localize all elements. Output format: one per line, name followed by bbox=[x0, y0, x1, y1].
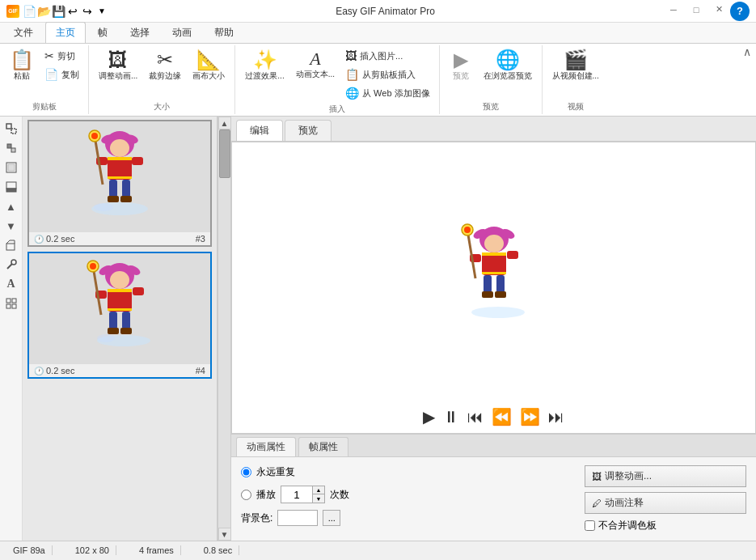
effects-button[interactable]: ✨ 过渡效果... bbox=[240, 47, 289, 84]
frames-panel: 🕐 0.2 sec #3 bbox=[23, 117, 218, 541]
prop-left: 永远重复 播放 ▲ ▼ 次数 bbox=[241, 465, 568, 532]
cut-button[interactable]: ✂ 剪切 bbox=[40, 47, 83, 65]
text-tool[interactable]: A bbox=[2, 275, 20, 293]
down-tool[interactable]: ▼ bbox=[2, 217, 20, 235]
tab-edit[interactable]: 编辑 bbox=[236, 120, 283, 141]
eyedrop-tool[interactable] bbox=[2, 256, 20, 274]
paste-button[interactable]: 📋 粘贴 bbox=[5, 47, 39, 84]
browser-preview-button[interactable]: 🌐 在浏览器预览 bbox=[479, 47, 537, 84]
play-count-unit-label: 次数 bbox=[330, 488, 349, 502]
adjust-animation-button[interactable]: 🖼 调整动画... bbox=[585, 465, 746, 487]
svg-rect-63 bbox=[484, 275, 492, 293]
maximize-button[interactable]: □ bbox=[685, 2, 707, 18]
adjust-icon: 🖼 bbox=[592, 471, 602, 482]
scroll-up-arrow[interactable]: ▲ bbox=[218, 117, 231, 129]
prop-tab-animation[interactable]: 动画属性 bbox=[236, 437, 296, 456]
frames-scrollbar[interactable]: ▲ ▼ bbox=[218, 117, 230, 541]
draw-tool[interactable] bbox=[2, 139, 20, 157]
from-clipboard-icon: 📋 bbox=[345, 68, 359, 81]
svg-rect-15 bbox=[12, 299, 16, 303]
save-icon[interactable]: 💾 bbox=[52, 5, 65, 18]
skip-start-button[interactable]: ⏮ bbox=[467, 408, 484, 426]
up-tool[interactable]: ▲ bbox=[2, 197, 20, 215]
zoom-tool[interactable] bbox=[2, 236, 20, 254]
prop-tab-frame[interactable]: 帧属性 bbox=[298, 437, 348, 456]
ribbon-collapse-button[interactable]: ∧ bbox=[738, 44, 756, 60]
no-merge-checkbox[interactable] bbox=[585, 520, 595, 531]
tab-animation[interactable]: 动画 bbox=[162, 22, 202, 43]
play-button[interactable]: ▶ bbox=[423, 407, 435, 426]
fill-tool[interactable] bbox=[2, 159, 20, 176]
spinner-down-button[interactable]: ▼ bbox=[313, 494, 324, 503]
copy-button[interactable]: 📄 复制 bbox=[40, 66, 83, 83]
frame-item-3[interactable]: 🕐 0.2 sec #3 bbox=[27, 120, 212, 247]
bg-color-picker-button[interactable]: ... bbox=[323, 510, 340, 526]
canvas-button[interactable]: 📐 画布大小 bbox=[188, 47, 230, 84]
preview-icon: ▶ bbox=[454, 50, 468, 70]
svg-rect-44 bbox=[133, 287, 144, 295]
svg-rect-3 bbox=[11, 148, 15, 152]
status-dimensions: 102 x 80 bbox=[69, 545, 116, 555]
undo-icon[interactable]: ↩ bbox=[66, 5, 79, 18]
toolbar-icons: 📄 📂 💾 ↩ ↪ ▼ bbox=[23, 5, 108, 18]
tab-file[interactable]: 文件 bbox=[3, 22, 44, 43]
new-icon[interactable]: 📄 bbox=[23, 5, 36, 18]
pause-button[interactable]: ⏸ bbox=[443, 408, 459, 426]
svg-rect-28 bbox=[122, 180, 130, 197]
preview-button[interactable]: ▶ 预览 bbox=[445, 47, 477, 84]
grid-tool[interactable] bbox=[2, 295, 20, 312]
next-button[interactable]: ⏩ bbox=[520, 407, 540, 426]
sprite-4 bbox=[83, 260, 156, 357]
svg-point-33 bbox=[91, 133, 98, 139]
playback-controls: ▶ ⏸ ⏮ ⏪ ⏩ ⏭ bbox=[416, 401, 571, 433]
scroll-track[interactable] bbox=[218, 129, 230, 528]
svg-point-21 bbox=[110, 139, 129, 157]
title-bar: GIF 📄 📂 💾 ↩ ↪ ▼ Easy GIF Animator Pro ─ … bbox=[0, 0, 756, 23]
prop-tabs: 动画属性 帧属性 bbox=[231, 435, 756, 457]
more-icon[interactable]: ▼ bbox=[95, 5, 108, 18]
crop-button[interactable]: ✂ 裁剪边缘 bbox=[144, 47, 186, 84]
open-icon[interactable]: 📂 bbox=[37, 5, 50, 18]
svg-rect-22 bbox=[108, 157, 132, 180]
right-panel: 编辑 预览 bbox=[231, 117, 756, 541]
svg-rect-16 bbox=[6, 304, 11, 308]
ribbon-group-clipboard: 📋 粘贴 ✂ 剪切 📄 复制 剪贴板 bbox=[0, 45, 89, 114]
scroll-thumb[interactable] bbox=[219, 129, 230, 178]
tab-home[interactable]: 主页 bbox=[45, 22, 86, 43]
minimize-button[interactable]: ─ bbox=[662, 2, 685, 18]
close-button[interactable]: ✕ bbox=[707, 2, 730, 18]
insert-label: 插入 bbox=[329, 104, 345, 115]
tab-help[interactable]: 帮助 bbox=[204, 22, 244, 43]
play-count-input[interactable] bbox=[281, 486, 313, 503]
status-duration: 0.8 sec bbox=[197, 545, 239, 555]
redo-icon[interactable]: ↪ bbox=[81, 5, 94, 18]
svg-line-9 bbox=[6, 240, 10, 244]
svg-rect-65 bbox=[482, 291, 493, 298]
prev-button[interactable]: ⏪ bbox=[492, 407, 512, 426]
play-count-spinner[interactable]: ▲ ▼ bbox=[313, 486, 325, 503]
from-clipboard-button[interactable]: 📋 从剪贴板插入 bbox=[341, 66, 434, 83]
from-web-button[interactable]: 🌐 从 Web 添加图像 bbox=[341, 84, 434, 102]
canvas-icon: 📐 bbox=[196, 50, 221, 70]
skip-end-button[interactable]: ⏭ bbox=[548, 408, 564, 426]
animation-comment-button[interactable]: 🖊 动画注释 bbox=[585, 492, 746, 514]
repeat-forever-radio[interactable] bbox=[241, 467, 251, 477]
tab-select[interactable]: 选择 bbox=[120, 22, 160, 43]
insert-img-button[interactable]: 🖼 插入图片... bbox=[341, 47, 434, 65]
spinner-up-button[interactable]: ▲ bbox=[313, 486, 324, 494]
tab-preview[interactable]: 预览 bbox=[285, 120, 332, 141]
from-video-button[interactable]: 🎬 从视频创建... bbox=[547, 47, 604, 84]
select-tool[interactable] bbox=[2, 120, 20, 138]
tab-frame[interactable]: 帧 bbox=[87, 22, 118, 43]
help-button[interactable]: ? bbox=[730, 2, 750, 21]
bg-color-swatch[interactable] bbox=[277, 510, 318, 526]
scroll-down-arrow[interactable]: ▼ bbox=[218, 528, 231, 541]
resize-button[interactable]: 🖼 调整动画... bbox=[94, 47, 142, 84]
text-btn[interactable]: A 动画文本... bbox=[291, 47, 340, 83]
svg-rect-42 bbox=[108, 308, 132, 311]
play-label: 播放 bbox=[256, 488, 276, 502]
palette-tool[interactable] bbox=[2, 178, 20, 196]
play-count-radio[interactable] bbox=[241, 490, 251, 500]
frame-item-4[interactable]: 🕐 0.2 sec #4 bbox=[27, 252, 212, 379]
copy-icon: 📄 bbox=[44, 68, 58, 81]
